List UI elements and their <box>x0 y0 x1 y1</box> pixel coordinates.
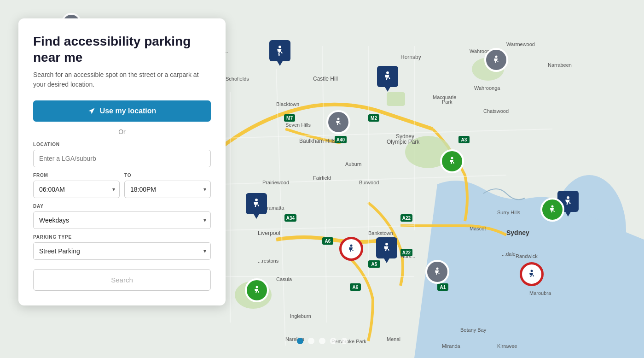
svg-text:Narrabeen: Narrabeen <box>548 62 572 68</box>
parking-type-label: PARKING TYPE <box>33 235 211 240</box>
parking-marker-gray-2[interactable] <box>484 48 508 72</box>
svg-text:Park: Park <box>442 99 453 105</box>
svg-text:Burwood: Burwood <box>359 180 379 185</box>
parking-type-select[interactable]: Street Parking Car Park All <box>33 242 211 260</box>
location-label: LOCATION <box>33 142 211 147</box>
parking-marker-red-1[interactable] <box>339 237 363 261</box>
to-select-wrapper: 18:00PM 19:00PM 20:00PM ▾ <box>124 181 211 198</box>
svg-text:A1: A1 <box>440 285 446 290</box>
svg-text:Chatswood: Chatswood <box>483 108 509 114</box>
panel-subtitle: Search for an accessible spot on the str… <box>33 70 211 89</box>
svg-point-92 <box>256 286 258 288</box>
svg-text:Olympic Park: Olympic Park <box>387 139 420 145</box>
parking-marker-green-2[interactable] <box>540 198 564 222</box>
parking-marker-1[interactable] <box>269 40 290 61</box>
svg-text:Menai: Menai <box>387 336 400 342</box>
svg-point-94 <box>531 270 533 272</box>
to-select[interactable]: 18:00PM 19:00PM 20:00PM <box>124 181 211 198</box>
svg-text:Surry Hills: Surry Hills <box>497 210 521 215</box>
parking-marker-green-3[interactable] <box>245 278 269 302</box>
svg-text:Miranda: Miranda <box>442 343 461 349</box>
svg-text:M7: M7 <box>286 116 293 121</box>
svg-text:M2: M2 <box>371 116 377 121</box>
svg-point-82 <box>255 199 258 201</box>
svg-text:Prairiewood: Prairiewood <box>262 180 289 185</box>
svg-point-89 <box>436 268 439 270</box>
svg-text:Seven Hills: Seven Hills <box>285 122 311 128</box>
use-location-button[interactable]: Use my location <box>33 100 211 122</box>
svg-text:Mascot: Mascot <box>470 226 486 231</box>
day-group: DAY Weekdays Weekends All Days ▾ <box>33 204 211 229</box>
svg-text:Warrnewood: Warrnewood <box>506 41 535 47</box>
to-label: TO <box>124 173 211 178</box>
parking-marker-green-1[interactable] <box>440 149 464 173</box>
parking-marker-red-2[interactable] <box>520 262 544 286</box>
svg-text:Castle Hill: Castle Hill <box>313 76 338 82</box>
carousel-dots <box>297 338 348 344</box>
svg-text:Liverpool: Liverpool <box>258 230 280 236</box>
svg-point-83 <box>385 243 388 246</box>
from-select[interactable]: 06:00AM 07:00AM 08:00AM 09:00AM <box>33 181 120 198</box>
svg-text:Auburn: Auburn <box>345 161 361 167</box>
svg-text:Randwick: Randwick <box>516 253 538 259</box>
svg-text:...restons: ...restons <box>258 258 279 264</box>
svg-text:Hornsby: Hornsby <box>400 54 421 60</box>
or-divider: Or <box>33 128 211 135</box>
svg-text:Bankstown: Bankstown <box>368 230 393 236</box>
carousel-dot-1[interactable] <box>297 338 303 344</box>
svg-rect-14 <box>387 92 405 106</box>
svg-point-81 <box>386 71 389 74</box>
svg-text:A6: A6 <box>325 239 331 244</box>
navigation-icon <box>88 107 95 115</box>
parking-type-select-wrapper: Street Parking Car Park All ▾ <box>33 242 211 260</box>
svg-point-86 <box>337 118 340 120</box>
svg-point-93 <box>350 245 353 247</box>
day-select[interactable]: Weekdays Weekends All Days <box>33 211 211 229</box>
to-group: TO 18:00PM 19:00PM 20:00PM ▾ <box>124 173 211 198</box>
svg-text:A34: A34 <box>286 216 295 221</box>
carousel-dot-3[interactable] <box>319 338 325 344</box>
svg-text:Maroubra: Maroubra <box>529 290 551 296</box>
svg-point-80 <box>278 54 280 56</box>
location-input[interactable] <box>33 150 211 167</box>
from-group: FROM 06:00AM 07:00AM 08:00AM 09:00AM ▾ <box>33 173 120 198</box>
svg-text:A5: A5 <box>371 262 377 267</box>
svg-text:Casula: Casula <box>276 276 292 282</box>
svg-text:Wahroonga: Wahroonga <box>474 85 500 91</box>
carousel-dot-2[interactable] <box>308 338 314 344</box>
from-label: FROM <box>33 173 120 178</box>
svg-text:...dale: ...dale <box>502 251 516 257</box>
parking-type-group: PARKING TYPE Street Parking Car Park All… <box>33 235 211 260</box>
day-select-wrapper: Weekdays Weekends All Days ▾ <box>33 211 211 229</box>
carousel-dot-5[interactable] <box>341 338 348 344</box>
svg-text:A6: A6 <box>353 285 359 290</box>
parking-marker-4[interactable] <box>376 237 397 258</box>
search-button[interactable]: Search <box>33 269 211 291</box>
svg-text:Fairfield: Fairfield <box>313 175 331 181</box>
parking-marker-3[interactable] <box>246 193 267 214</box>
parking-marker-gray-4[interactable] <box>425 260 449 284</box>
svg-text:Ingleburn: Ingleburn <box>290 313 311 319</box>
svg-text:Sydney: Sydney <box>506 229 529 236</box>
svg-text:Schofields: Schofields <box>226 76 249 82</box>
svg-point-91 <box>551 205 554 208</box>
svg-text:A22: A22 <box>402 250 411 255</box>
day-label: DAY <box>33 204 211 209</box>
search-button-label: Search <box>111 276 133 284</box>
time-row: FROM 06:00AM 07:00AM 08:00AM 09:00AM ▾ T… <box>33 173 211 198</box>
svg-point-87 <box>495 56 498 58</box>
use-location-label: Use my location <box>100 107 157 115</box>
svg-point-90 <box>451 157 453 159</box>
svg-text:A40: A40 <box>337 137 345 142</box>
parking-marker-gray-1[interactable] <box>326 110 350 134</box>
parking-marker-2[interactable] <box>377 66 398 87</box>
panel-title: Find accessibility parking near me <box>33 33 211 65</box>
location-group: LOCATION <box>33 142 211 167</box>
from-select-wrapper: 06:00AM 07:00AM 08:00AM 09:00AM ▾ <box>33 181 120 198</box>
svg-text:A3: A3 <box>461 137 467 142</box>
carousel-dot-4[interactable] <box>330 338 337 344</box>
svg-text:Botany Bay: Botany Bay <box>460 327 487 333</box>
svg-point-85 <box>567 196 569 199</box>
svg-text:Blacktown: Blacktown <box>276 101 299 107</box>
svg-text:Baulkham Hills: Baulkham Hills <box>299 138 336 144</box>
